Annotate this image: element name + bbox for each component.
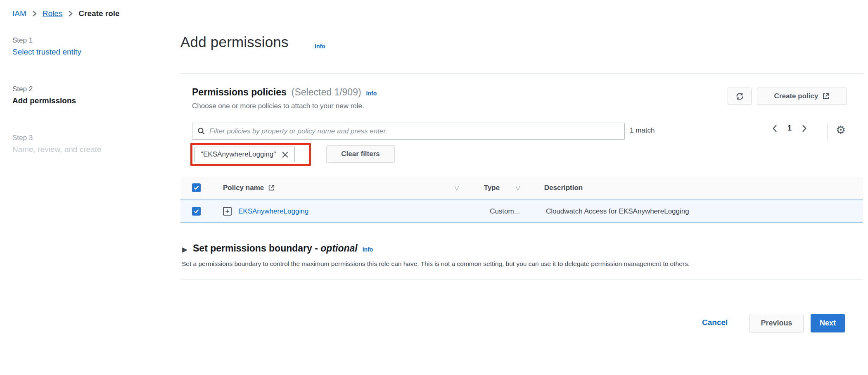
expand-row-icon[interactable]: + — [223, 207, 232, 216]
match-count: 1 match — [630, 126, 655, 135]
policies-panel-subtitle: Choose one or more policies to attach to… — [192, 102, 364, 110]
breadcrumb-roles-link[interactable]: Roles — [43, 9, 63, 18]
policy-name-sort-icon[interactable]: ▽ — [454, 184, 459, 192]
page-title-info-link[interactable]: Info — [315, 43, 325, 50]
policy-description-cell: Cloudwatch Access for EKSAnywhereLogging — [546, 207, 689, 216]
step-2: Step 2 Add permissions — [12, 85, 101, 105]
step-1-link[interactable]: Select trusted entity — [12, 47, 101, 57]
step-1: Step 1 Select trusted entity — [12, 36, 101, 57]
policy-type-cell: Custom... — [490, 207, 520, 216]
boundary-info-link[interactable]: Info — [363, 246, 373, 253]
remove-filter-icon[interactable] — [282, 151, 289, 158]
policy-name-link[interactable]: EKSAnywhereLogging — [238, 207, 308, 216]
step-2-label: Add permissions — [12, 96, 101, 105]
column-policy-name[interactable]: Policy name — [223, 184, 264, 192]
step-3: Step 3 Name, review, and create — [12, 134, 101, 154]
column-description[interactable]: Description — [544, 184, 583, 192]
search-icon — [197, 127, 205, 135]
previous-button[interactable]: Previous — [749, 314, 804, 332]
filter-chip-label: "EKSAnywhereLogging" — [201, 150, 276, 159]
refresh-button[interactable] — [728, 88, 752, 105]
chevron-right-icon — [32, 10, 37, 17]
cancel-button[interactable]: Cancel — [702, 318, 728, 327]
pager-divider — [827, 123, 828, 140]
footer-divider — [180, 279, 863, 280]
select-all-checkbox[interactable] — [192, 183, 201, 192]
previous-page-icon[interactable] — [772, 124, 778, 133]
policy-table-row[interactable]: + EKSAnywhereLogging Custom... Cloudwatc… — [180, 199, 863, 223]
active-filter-chip: "EKSAnywhereLogging" — [194, 147, 295, 162]
policies-table-header: Policy name ▽ Type ▽ Description — [180, 177, 863, 199]
step-3-number: Step 3 — [12, 134, 101, 142]
pagination: 1 — [772, 124, 807, 133]
wizard-steps: Step 1 Select trusted entity Step 2 Add … — [12, 36, 101, 154]
step-1-number: Step 1 — [12, 36, 101, 45]
policy-search-box — [192, 123, 625, 140]
page-title: Add permissions — [180, 34, 289, 50]
row-checkbox[interactable] — [192, 207, 201, 216]
create-policy-label: Create policy — [774, 92, 818, 100]
next-page-icon[interactable] — [802, 124, 807, 133]
boundary-expand-icon[interactable]: ▶ — [182, 245, 187, 254]
breadcrumb: IAM Roles Create role — [12, 9, 120, 18]
policy-name-external-link-icon[interactable] — [268, 185, 275, 191]
clear-filters-button[interactable]: Clear filters — [326, 145, 395, 163]
type-sort-icon[interactable]: ▽ — [515, 184, 520, 192]
step-2-number: Step 2 — [12, 85, 101, 93]
policies-info-link[interactable]: Info — [366, 90, 377, 97]
policies-selected-count: (Selected 1/909) — [292, 87, 361, 98]
breadcrumb-iam-link[interactable]: IAM — [12, 9, 26, 18]
chevron-right-icon — [68, 10, 73, 17]
policies-panel-title: Permissions policies — [192, 87, 287, 98]
settings-gear-icon[interactable]: ⚙ — [836, 125, 846, 136]
boundary-section-title[interactable]: Set permissions boundary - optional Info — [193, 243, 373, 254]
refresh-icon — [735, 92, 744, 101]
next-button[interactable]: Next — [811, 314, 845, 332]
current-page-number[interactable]: 1 — [787, 124, 792, 133]
external-link-icon — [822, 93, 830, 100]
create-policy-button[interactable]: Create policy — [757, 88, 847, 105]
clear-filters-label: Clear filters — [341, 150, 380, 158]
policies-panel-header: Permissions policies (Selected 1/909) In… — [192, 87, 377, 98]
policy-filter-input[interactable] — [209, 127, 619, 135]
iam-create-role-page: IAM Roles Create role Step 1 Select trus… — [0, 0, 868, 375]
boundary-title-text: Set permissions boundary - optional — [193, 243, 358, 254]
title-divider — [180, 73, 863, 74]
boundary-description: Set a permissions boundary to control th… — [182, 260, 690, 268]
step-3-label: Name, review, and create — [12, 145, 101, 154]
breadcrumb-current: Create role — [78, 9, 119, 18]
column-type[interactable]: Type — [484, 184, 500, 192]
